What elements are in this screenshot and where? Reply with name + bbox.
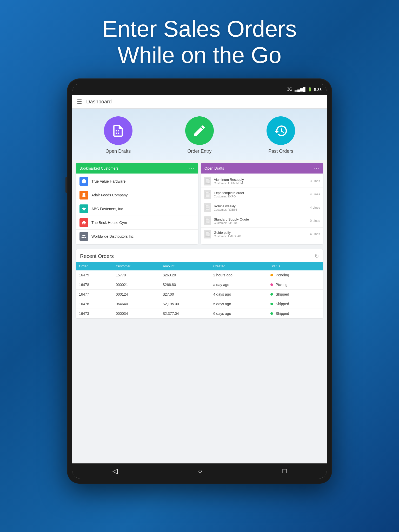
signal-icon: 3G	[287, 87, 292, 92]
draft-name-3: Robins weekly	[214, 204, 307, 208]
home-button[interactable]: ○	[193, 465, 207, 477]
bookmarked-customers-title: Bookmarked Customers	[79, 166, 118, 170]
table-row[interactable]: 16476 064640 $2,195.00 5 days ago Shippe…	[76, 299, 323, 309]
list-item[interactable]: Expo template order Customer: EXPO 4 Lin…	[201, 188, 323, 201]
open-drafts-header: Open Drafts ···	[201, 163, 323, 174]
hero-section: Enter Sales Orders While on the Go	[102, 16, 297, 68]
hero-line2: While on the Go	[118, 42, 282, 68]
list-item[interactable]: True Value Hardware	[76, 175, 198, 188]
customer-logo-2	[79, 191, 88, 200]
draft-icon-2	[204, 190, 211, 199]
customer-logo-5	[79, 232, 88, 241]
status-dot	[270, 303, 273, 305]
bottom-nav: ◁ ○ □	[72, 463, 327, 478]
customer-name-3: ABC Fasteners, Inc.	[91, 207, 124, 211]
bookmarked-customers-menu[interactable]: ···	[189, 165, 195, 171]
open-drafts-card-title: Open Drafts	[204, 166, 224, 170]
draft-lines-1: 3 Lines	[310, 179, 320, 183]
open-drafts-button[interactable]: Open Drafts	[104, 116, 132, 154]
recent-orders-title: Recent Orders	[80, 253, 114, 259]
draft-customer-1: Customer: ALUMINUM	[214, 182, 307, 185]
list-item[interactable]: Standard Supply Quote Customer: STC100 0…	[201, 214, 323, 228]
order-status: Shipped	[267, 309, 323, 318]
open-drafts-circle	[104, 116, 132, 145]
list-item[interactable]: Worldwide Distributors Inc.	[76, 230, 198, 243]
status-dot	[270, 312, 273, 315]
order-created: 2 hours ago	[210, 270, 268, 280]
table-row[interactable]: 16479 15770 $269.20 2 hours ago Pending	[76, 270, 323, 280]
draft-icon-4	[204, 216, 211, 225]
status-label: Pending	[276, 273, 289, 277]
table-row[interactable]: 16478 000021 $266.80 a day ago Picking	[76, 280, 323, 290]
open-drafts-menu[interactable]: ···	[314, 165, 320, 171]
nav-title: Dashboard	[86, 99, 112, 105]
order-number: 16478	[76, 280, 113, 290]
draft-customer-3: Customer: ROBIN	[214, 208, 307, 211]
customer-logo-1	[79, 177, 88, 186]
bookmarked-customers-header: Bookmarked Customers ···	[76, 163, 198, 174]
draft-lines-5: 4 Lines	[310, 232, 320, 236]
order-number: 16476	[76, 299, 113, 309]
customer-name-1: True Value Hardware	[91, 179, 126, 183]
order-number: 16477	[76, 290, 113, 299]
customer-logo-3	[79, 204, 88, 213]
draft-info-2: Expo template order Customer: EXPO	[214, 191, 307, 198]
order-created: 4 days ago	[210, 290, 268, 299]
draft-lines-4: 0 Lines	[310, 219, 320, 223]
order-customer: 000124	[113, 290, 160, 299]
back-button[interactable]: ◁	[107, 465, 123, 477]
tablet-device: 3G ▂▄▆█ 🔋 5:33 ☰ Dashboard	[67, 78, 332, 484]
list-item[interactable]: The Brick House Gym	[76, 216, 198, 230]
draft-icon-5	[204, 230, 211, 238]
status-bar-right: 3G ▂▄▆█ 🔋 5:33	[287, 87, 322, 92]
draft-lines-3: 4 Lines	[310, 206, 320, 209]
draft-name-1: Aluminum Resupply	[214, 178, 307, 182]
list-item[interactable]: Guide pully Customer: AMESLAB 4 Lines	[201, 228, 323, 241]
list-item[interactable]: Robins weekly Customer: ROBIN 4 Lines	[201, 201, 323, 214]
draft-name-4: Standard Supply Quote	[214, 217, 307, 221]
order-entry-circle	[185, 116, 214, 145]
list-item[interactable]: Adair Foods Company	[76, 188, 198, 202]
order-amount: $2,195.00	[160, 299, 210, 309]
table-row[interactable]: 16477 000124 $27.00 4 days ago Shipped	[76, 290, 323, 299]
customer-list: True Value Hardware Adair Foods Company	[76, 174, 198, 244]
status-dot	[270, 283, 273, 286]
orders-table: Order Customer Amount Created Status 164…	[76, 262, 323, 318]
draft-icon-3	[204, 203, 211, 212]
status-label: Shipped	[276, 292, 289, 296]
open-drafts-label: Open Drafts	[105, 149, 131, 154]
col-status: Status	[267, 262, 323, 270]
recent-orders-header: Recent Orders ↻	[76, 249, 323, 262]
order-amount: $269.20	[160, 270, 210, 280]
draft-info-3: Robins weekly Customer: ROBIN	[214, 204, 307, 211]
status-label: Shipped	[276, 302, 289, 306]
bookmarked-customers-card: Bookmarked Customers ··· True Value Hard…	[76, 163, 198, 244]
draft-customer-4: Customer: STC100	[214, 221, 307, 224]
hero-title: Enter Sales Orders While on the Go	[102, 16, 297, 68]
customer-name-2: Adair Foods Company	[91, 193, 128, 197]
order-amount: $27.00	[160, 290, 210, 299]
order-created: 5 days ago	[210, 299, 268, 309]
screen-content[interactable]: Open Drafts Order Entry	[72, 109, 327, 463]
tablet-screen: 3G ▂▄▆█ 🔋 5:33 ☰ Dashboard	[72, 84, 327, 478]
clock-time: 5:33	[314, 87, 322, 92]
refresh-icon[interactable]: ↻	[315, 253, 319, 259]
draft-info-4: Standard Supply Quote Customer: STC100	[214, 217, 307, 224]
order-customer: 064640	[113, 299, 160, 309]
draft-info-1: Aluminum Resupply Customer: ALUMINUM	[214, 178, 307, 185]
customer-name-4: The Brick House Gym	[91, 221, 127, 225]
list-item[interactable]: Aluminum Resupply Customer: ALUMINUM 3 L…	[201, 175, 323, 188]
draft-name-5: Guide pully	[214, 231, 307, 235]
list-item[interactable]: ABC Fasteners, Inc.	[76, 202, 198, 216]
past-orders-button[interactable]: Past Orders	[267, 116, 295, 154]
open-drafts-card: Open Drafts ··· Aluminum Resupply Custom…	[201, 163, 323, 244]
col-amount: Amount	[160, 262, 210, 270]
menu-icon[interactable]: ☰	[77, 98, 82, 105]
draft-info-5: Guide pully Customer: AMESLAB	[214, 231, 307, 238]
past-orders-circle	[267, 116, 295, 145]
recent-apps-button[interactable]: □	[277, 465, 292, 477]
table-header-row: Order Customer Amount Created Status	[76, 262, 323, 270]
table-row[interactable]: 16473 000034 $2,377.04 6 days ago Shippe…	[76, 309, 323, 318]
order-entry-button[interactable]: Order Entry	[185, 116, 214, 154]
past-orders-label: Past Orders	[268, 149, 293, 154]
